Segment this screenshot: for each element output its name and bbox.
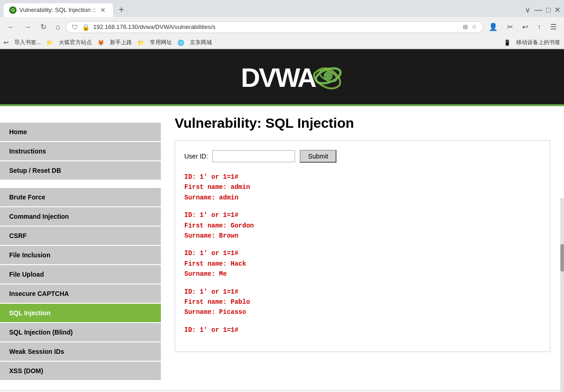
- sidebar-item-insecure-captcha[interactable]: Insecure CAPTCHA: [0, 284, 161, 303]
- address-icons: ⊞ ☆: [463, 23, 477, 30]
- result-2-firstname: First name: Gordon: [184, 221, 541, 231]
- result-4-id: ID: 1' or 1=1#: [184, 287, 541, 297]
- result-3-id: ID: 1' or 1=1#: [184, 248, 541, 258]
- sidebar-item-file-inclusion[interactable]: File Inclusion: [0, 246, 161, 264]
- sidebar-item-sql-injection-blind[interactable]: SQL Injection (Blind): [0, 323, 161, 341]
- forward-button[interactable]: →: [20, 20, 35, 34]
- tab-dropdown-icon[interactable]: ∨: [525, 6, 530, 14]
- result-1-firstname: First name: admin: [184, 182, 541, 192]
- user-id-input[interactable]: [212, 150, 295, 162]
- svg-point-0: [11, 8, 15, 12]
- folder-icon-2: 📁: [137, 40, 144, 46]
- result-2-id: ID: 1' or 1=1#: [184, 210, 541, 220]
- result-block-2: ID: 1' or 1=1# First name: Gordon Surnam…: [184, 210, 541, 241]
- dvwa-logo: DVWA: [213, 58, 351, 95]
- bookmark-star-icon[interactable]: ☆: [472, 23, 477, 30]
- tab-close-button[interactable]: ✕: [98, 6, 108, 14]
- user-id-form-row: User ID: Submit: [184, 150, 541, 163]
- browser-chrome: Vulnerability: SQL Injection :: ✕ + ∨ — …: [0, 0, 564, 49]
- sidebar-item-home[interactable]: Home: [0, 123, 161, 141]
- bookmark-firefox[interactable]: 火狐官方站点: [59, 39, 92, 46]
- globe-icon: 🌐: [177, 40, 184, 46]
- user-id-label: User ID:: [184, 153, 208, 160]
- svg-point-4: [324, 71, 333, 80]
- result-1-id: ID: 1' or 1=1#: [184, 172, 541, 182]
- back-button[interactable]: ←: [4, 20, 18, 34]
- bookmarks-bar: ↩ 导入书签... 📁 火狐官方站点 🦊 新手上路 📁 常用网址 🌐 京东商城 …: [0, 37, 564, 49]
- window-close-button[interactable]: ✕: [554, 6, 560, 14]
- sql-injection-box: User ID: Submit ID: 1' or 1=1# First nam…: [175, 140, 550, 352]
- sync-button[interactable]: ↑: [534, 20, 545, 34]
- sidebar-item-sql-injection[interactable]: SQL Injection: [0, 304, 161, 322]
- new-tab-button[interactable]: +: [115, 3, 128, 17]
- status-bar: 活匹1' or 1=1#可以查出所有ID信息（为什么，可以自己学习了解有的知识）…: [0, 390, 564, 392]
- security-icon: 🛡: [72, 23, 78, 31]
- scrollbar-thumb[interactable]: [560, 244, 564, 272]
- submit-button[interactable]: Submit: [300, 150, 336, 163]
- page-content: DVWA Home Instructions Setup / Reset DB …: [0, 49, 564, 392]
- sidebar-item-weak-session-ids[interactable]: Weak Session IDs: [0, 342, 161, 361]
- content-area: Vulnerability: SQL Injection User ID: Su…: [161, 106, 564, 390]
- result-2-surname: Surname: Brown: [184, 231, 541, 241]
- bookmark-common[interactable]: 常用网址: [150, 39, 172, 46]
- sidebar-item-xss-dom[interactable]: XSS (DOM): [0, 362, 161, 380]
- dvwa-logo-svg: DVWA: [213, 58, 351, 95]
- folder-icon-1: 📁: [46, 40, 53, 46]
- result-block-3: ID: 1' or 1=1# First name: Hack Surname:…: [184, 248, 541, 279]
- sidebar-top-spacer: [0, 115, 161, 123]
- home-button[interactable]: ⌂: [52, 20, 64, 34]
- result-4-firstname: First name: Pablo: [184, 297, 541, 307]
- address-text[interactable]: 192.168.176.130/dvwa/DVWA/vulnerabilitie…: [93, 23, 459, 30]
- sidebar-item-command-injection[interactable]: Command Injection: [0, 207, 161, 226]
- sidebar-item-csrf[interactable]: CSRF: [0, 227, 161, 245]
- screenshot-button[interactable]: ✂: [503, 20, 517, 34]
- result-3-firstname: First name: Hack: [184, 259, 541, 269]
- menu-button[interactable]: ☰: [547, 20, 560, 34]
- result-block-5: ID: 1' or 1=1#: [184, 325, 541, 335]
- firefox-icon: 🦊: [97, 40, 104, 46]
- result-3-surname: Surname: Me: [184, 269, 541, 279]
- reload-button[interactable]: ↻: [37, 20, 50, 34]
- result-1-surname: Surname: admin: [184, 193, 541, 203]
- sidebar-middle-spacer: [0, 181, 161, 188]
- nav-bar: ← → ↻ ⌂ 🛡 🔒 192.168.176.130/dvwa/DVWA/vu…: [0, 17, 564, 37]
- undo-button[interactable]: ↩: [518, 20, 532, 34]
- minimize-button[interactable]: —: [534, 5, 542, 15]
- account-button[interactable]: 👤: [485, 20, 501, 34]
- result-5-id: ID: 1' or 1=1#: [184, 325, 541, 335]
- bookmark-import[interactable]: 导入书签...: [14, 39, 41, 46]
- sidebar-item-setup[interactable]: Setup / Reset DB: [0, 161, 161, 180]
- sidebar-item-file-upload[interactable]: File Upload: [0, 265, 161, 284]
- active-tab[interactable]: Vulnerability: SQL Injection :: ✕: [4, 3, 113, 17]
- import-bookmarks-icon: ↩: [4, 39, 9, 46]
- bookmark-mobile[interactable]: 移动设备上的书签: [516, 39, 560, 46]
- dvwa-header: DVWA: [0, 49, 564, 106]
- result-block-1: ID: 1' or 1=1# First name: admin Surname…: [184, 172, 541, 203]
- sidebar: Home Instructions Setup / Reset DB Brute…: [0, 106, 161, 390]
- lock-icon: 🔒: [82, 23, 90, 31]
- main-layout: Home Instructions Setup / Reset DB Brute…: [0, 106, 564, 390]
- result-block-4: ID: 1' or 1=1# First name: Pablo Surname…: [184, 287, 541, 318]
- mobile-bookmark-icon: 📱: [504, 40, 511, 46]
- tab-bar: Vulnerability: SQL Injection :: ✕ + ∨ — …: [0, 0, 564, 17]
- reader-mode-icon[interactable]: ⊞: [463, 23, 468, 30]
- restore-button[interactable]: □: [546, 6, 551, 14]
- bookmark-jd[interactable]: 京东商城: [190, 39, 212, 46]
- sidebar-item-instructions[interactable]: Instructions: [0, 142, 161, 160]
- svg-text:DVWA: DVWA: [241, 62, 316, 92]
- result-4-surname: Surname: Picasso: [184, 307, 541, 317]
- page-title: Vulnerability: SQL Injection: [175, 115, 550, 131]
- tab-favicon: [9, 6, 17, 14]
- tab-title: Vulnerability: SQL Injection ::: [19, 6, 96, 13]
- scrollbar-track[interactable]: [560, 198, 564, 392]
- address-bar[interactable]: 🛡 🔒 192.168.176.130/dvwa/DVWA/vulnerabil…: [66, 21, 483, 33]
- bookmark-newbie[interactable]: 新手上路: [110, 39, 132, 46]
- sidebar-item-brute-force[interactable]: Brute Force: [0, 188, 161, 206]
